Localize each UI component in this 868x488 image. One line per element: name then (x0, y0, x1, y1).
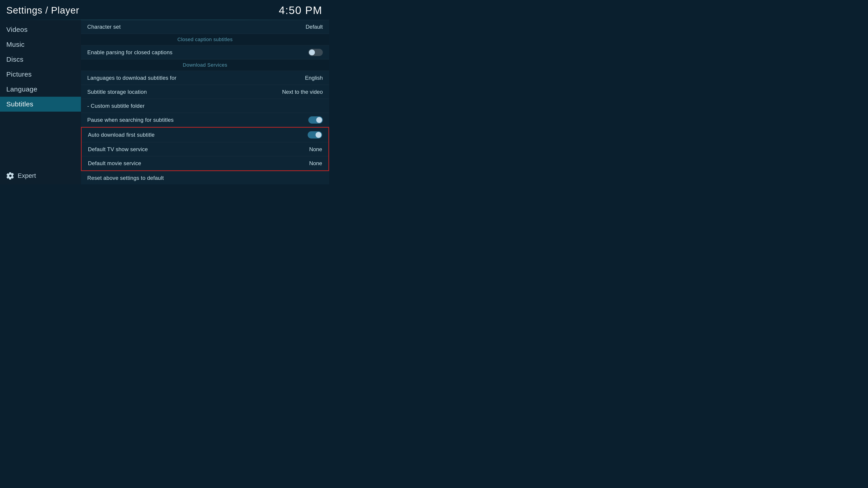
setting-row-custom-subtitle-folder[interactable]: - Custom subtitle folder (81, 99, 329, 113)
character-set-label: Character set (87, 24, 121, 30)
toggle-knob (309, 50, 315, 55)
setting-row-subtitle-storage[interactable]: Subtitle storage location Next to the vi… (81, 85, 329, 99)
sidebar-item-pictures[interactable]: Pictures (0, 67, 81, 82)
sidebar-item-language[interactable]: Language (0, 82, 81, 97)
auto-download-toggle[interactable] (308, 131, 322, 138)
setting-row-pause-searching[interactable]: Pause when searching for subtitles (81, 113, 329, 127)
setting-row-languages-download[interactable]: Languages to download subtitles for Engl… (81, 71, 329, 85)
main-layout: Videos Music Discs Pictures Language Sub… (0, 20, 329, 184)
toggle-knob (316, 117, 322, 123)
sidebar-item-discs[interactable]: Discs (0, 52, 81, 67)
subtitle-storage-label: Subtitle storage location (87, 89, 147, 95)
custom-subtitle-folder-label: - Custom subtitle folder (87, 103, 145, 109)
character-set-value: Default (306, 24, 323, 30)
auto-download-label: Auto download first subtitle (88, 132, 155, 138)
languages-download-label: Languages to download subtitles for (87, 75, 177, 81)
default-tv-service-value: None (309, 146, 322, 153)
sidebar-item-subtitles[interactable]: Subtitles (0, 97, 81, 111)
closed-caption-header: Closed caption subtitles (81, 34, 329, 45)
reset-label: Reset above settings to default (87, 175, 164, 181)
sidebar-item-videos[interactable]: Videos (0, 22, 81, 37)
setting-row-character-set[interactable]: Character set Default (81, 20, 329, 34)
languages-download-value: English (305, 75, 323, 81)
clock: 4:50 PM (279, 4, 322, 17)
sidebar: Videos Music Discs Pictures Language Sub… (0, 20, 81, 184)
expert-label: Expert (18, 172, 36, 180)
page-title: Settings / Player (6, 5, 79, 16)
enable-parsing-label: Enable parsing for closed captions (87, 49, 173, 56)
sidebar-item-music[interactable]: Music (0, 37, 81, 52)
setting-row-default-movie-service[interactable]: Default movie service None (82, 156, 329, 170)
default-tv-service-label: Default TV show service (88, 146, 148, 153)
enable-parsing-toggle[interactable] (308, 49, 323, 56)
setting-row-auto-download[interactable]: Auto download first subtitle (82, 128, 329, 142)
toggle-knob (315, 132, 321, 138)
sidebar-footer[interactable]: Expert (0, 167, 81, 184)
download-services-header: Download Services (81, 59, 329, 71)
default-movie-service-value: None (309, 160, 322, 166)
header: Settings / Player 4:50 PM (0, 0, 329, 20)
highlighted-group: Auto download first subtitle Default TV … (81, 127, 329, 171)
default-movie-service-label: Default movie service (88, 160, 141, 166)
gear-icon (6, 172, 14, 180)
subtitle-storage-value: Next to the video (282, 89, 323, 95)
reset-row[interactable]: Reset above settings to default (81, 171, 329, 184)
content-area: Character set Default Closed caption sub… (81, 20, 329, 184)
setting-row-default-tv-service[interactable]: Default TV show service None (82, 142, 329, 156)
pause-searching-toggle[interactable] (308, 116, 323, 124)
pause-searching-label: Pause when searching for subtitles (87, 117, 174, 123)
setting-row-enable-parsing[interactable]: Enable parsing for closed captions (81, 45, 329, 59)
sidebar-nav: Videos Music Discs Pictures Language Sub… (0, 22, 81, 167)
